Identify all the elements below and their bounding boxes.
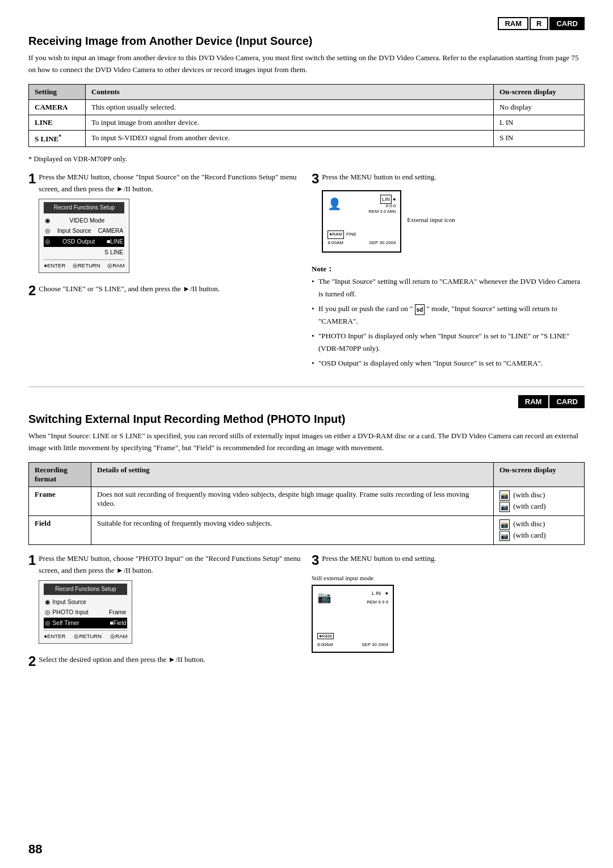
notes-title: Note： bbox=[312, 263, 585, 275]
th-details: Details of setting bbox=[91, 463, 494, 487]
menu1-val: S LINE bbox=[104, 248, 123, 257]
notes-section: Note： The "Input Source" setting will re… bbox=[312, 263, 585, 370]
menu2-icon: ◉ bbox=[45, 597, 51, 607]
contents-sline: To input S-VIDEO signal from another dev… bbox=[86, 130, 494, 146]
card-badge-top: CARD bbox=[549, 17, 585, 30]
step1-text: Press the MENU button, choose "Input Sou… bbox=[39, 173, 296, 193]
menu1-row: S LINE bbox=[44, 247, 124, 258]
menu1-icon: ◉ bbox=[45, 216, 51, 225]
s2-step1-content: Press the MENU button, choose "PHOTO Inp… bbox=[39, 553, 301, 647]
menu2-footer: ●ENTER ◎RETURN ◎RAM bbox=[44, 630, 127, 640]
s2-step1-text: Press the MENU button, choose "PHOTO Inp… bbox=[39, 554, 300, 575]
setting-line: LINE bbox=[29, 115, 86, 130]
menu2-box: Record Functions Setup ◉ Input Source ◎ … bbox=[39, 580, 132, 644]
s2-step3-text: Press the MENU button to end setting. bbox=[322, 554, 436, 563]
still-bottom: ●RAM bbox=[317, 633, 334, 639]
format-frame: Frame bbox=[29, 487, 91, 516]
still-time: 8:00AM bbox=[317, 642, 333, 647]
menu2-icon: ◎ bbox=[45, 618, 51, 628]
th-contents: Contents bbox=[86, 84, 494, 99]
note-item: "PHOTO Input" is displayed only when "In… bbox=[312, 330, 585, 355]
table-row: LINE To input image from another device.… bbox=[29, 115, 585, 130]
card-icon-frame: 📷 bbox=[499, 502, 510, 512]
menu2-label: Input Source bbox=[51, 597, 126, 607]
still-display-area: Still external input mode 📷 L IN ● REM 9… bbox=[312, 575, 585, 653]
s2-step3-num: 3 bbox=[312, 553, 319, 568]
menu1-icon: ◎ bbox=[45, 237, 51, 246]
menu1-icon: ◎ bbox=[45, 226, 51, 236]
s2-step3-inline: 3 Press the MENU button to end setting. bbox=[312, 553, 585, 568]
display-frame: 📸 (with disc) 📷 (with card) bbox=[494, 487, 585, 516]
section2-steps: 1 Press the MENU button, choose "PHOTO I… bbox=[28, 553, 585, 676]
display-camera: No display bbox=[494, 99, 585, 115]
display-frame-disc: 📸 (with disc) bbox=[499, 490, 578, 501]
s2-step2-inline: 2 Select the desired option and then pre… bbox=[28, 654, 301, 669]
s2-steps-left: 1 Press the MENU button, choose "PHOTO I… bbox=[28, 553, 301, 676]
step2-text: Choose "LINE" or "S LINE", and then pres… bbox=[39, 284, 220, 293]
card-badge-mid: CARD bbox=[549, 395, 585, 408]
person-icon: 👤 bbox=[328, 195, 342, 213]
disc-icon-field: 📸 bbox=[499, 519, 510, 530]
step3-number: 3 bbox=[312, 171, 319, 186]
display-field-card: 📷 (with card) bbox=[499, 530, 578, 542]
r-badge-top: R bbox=[530, 17, 548, 30]
step2-content: Choose "LINE" or "S LINE", and then pres… bbox=[39, 283, 301, 295]
top-badge-row: RAM R CARD bbox=[28, 17, 585, 30]
menu2-row: ◎ PHOTO Input Frame bbox=[44, 607, 127, 618]
cam-date2: SEP 30 2004 bbox=[369, 240, 396, 247]
note-item: The "Input Source" setting will return t… bbox=[312, 275, 585, 300]
menu2-title: Record Functions Setup bbox=[44, 584, 127, 595]
menu1-label: OSD Output bbox=[62, 237, 95, 246]
step1-content: Press the MENU button, choose "Input Sou… bbox=[39, 171, 301, 276]
note-item: "OSD Output" is displayed only when "Inp… bbox=[312, 357, 585, 370]
section2-intro: When "Input Source: LINE or S LINE" is s… bbox=[28, 430, 585, 454]
th-rec-format: Recordingformat bbox=[29, 463, 91, 487]
step3-text: Press the MENU button to end setting. bbox=[322, 173, 436, 181]
setting-sline: S LINE* bbox=[29, 130, 86, 146]
menu2-row: ◉ Input Source bbox=[44, 597, 127, 607]
cam-rem: REM 3 0 MIN bbox=[368, 208, 396, 216]
table-row: Field Suitable for recording of frequent… bbox=[29, 516, 585, 545]
ram-badge-mid: RAM bbox=[518, 395, 549, 408]
s2-step2-content: Select the desired option and then press… bbox=[39, 654, 301, 666]
menu2-row-selected: ◎ Self Timer ■Field bbox=[44, 618, 127, 628]
still-display-box: 📷 L IN ● REM 9 9 9 ●RAM 8:00AM SEP 30 20… bbox=[312, 585, 394, 653]
step1-number: 1 bbox=[28, 171, 36, 186]
still-lin: L IN ● bbox=[372, 590, 388, 596]
section2-table: Recordingformat Details of setting On-sc… bbox=[28, 462, 585, 545]
still-display-label: Still external input mode bbox=[312, 575, 585, 581]
display-sline: S IN bbox=[494, 130, 585, 146]
with-disc-label: (with disc) bbox=[513, 490, 545, 499]
section1-table: Setting Contents On-screen display CAMER… bbox=[28, 84, 585, 147]
with-card-field: (with card) bbox=[513, 531, 545, 539]
menu1-return: ◎RETURN bbox=[73, 261, 100, 270]
section1-footnote: * Displayed on VDR-M70PP only. bbox=[28, 155, 585, 163]
menu1-title: Record Functions Setup bbox=[44, 202, 124, 213]
cam-bottom: ●RAM FINE bbox=[328, 230, 356, 239]
menu2-val: Frame bbox=[109, 607, 126, 617]
section1-intro: If you wish to input an image from anoth… bbox=[28, 52, 585, 76]
menu1-enter: ●ENTER bbox=[44, 261, 65, 270]
display-label: External input icon bbox=[407, 215, 455, 225]
step1-block: 1 Press the MENU button, choose "Input S… bbox=[28, 171, 301, 298]
s2-step2-text: Select the desired option and then press… bbox=[39, 655, 205, 664]
step1-inline: 1 Press the MENU button, choose "Input S… bbox=[28, 171, 301, 276]
section-divider bbox=[28, 387, 585, 387]
step2-inline: 2 Choose "LINE" or "S LINE", and then pr… bbox=[28, 283, 301, 298]
steps-right-col: 3 Press the MENU button to end setting. … bbox=[312, 171, 585, 376]
menu1-label: Input Source bbox=[57, 226, 91, 236]
still-cam-icon: 📷 bbox=[317, 590, 331, 604]
menu1-box: Record Functions Setup ◉ VIDEO Mode ◎ In… bbox=[39, 199, 129, 273]
menu1-row: ◎ Input Source CAMERA bbox=[44, 225, 124, 236]
step2-number: 2 bbox=[28, 283, 36, 298]
menu1-ram: ◎RAM bbox=[107, 261, 124, 270]
th-display: On-screen display bbox=[494, 463, 585, 487]
format-field: Field bbox=[29, 516, 91, 545]
with-card-label: (with card) bbox=[513, 502, 545, 510]
ram-badge-top: RAM bbox=[498, 17, 528, 30]
s2-step1-num: 1 bbox=[28, 553, 36, 568]
cam-datetime: 8:00AM bbox=[328, 240, 343, 247]
page-number: 88 bbox=[28, 842, 42, 857]
section2-title: Switching External Input Recording Metho… bbox=[28, 413, 585, 426]
s2-step3-content: Press the MENU button to end setting. bbox=[322, 553, 585, 565]
